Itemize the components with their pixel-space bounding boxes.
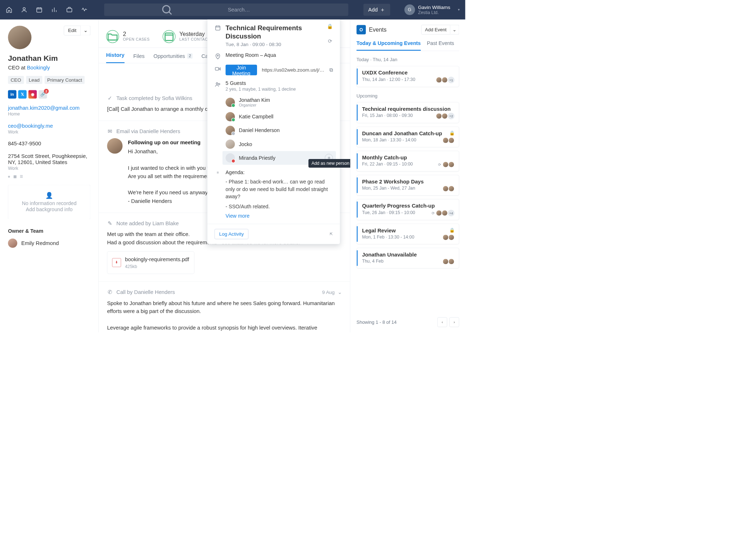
guests-icon — [215, 80, 221, 88]
event-card[interactable]: 🔒Legal ReviewMon, 1 Feb · 13:30 - 14:00 — [356, 224, 459, 244]
tab-today-upcoming[interactable]: Today & Upcoming Events — [356, 40, 420, 51]
event-popover: Technical Requirements Discussion Tue, 8… — [207, 19, 340, 244]
link-icon[interactable]: 🔗2 — [39, 90, 47, 99]
upcoming-heading: Upcoming — [356, 93, 459, 99]
event-card[interactable]: Monthly Catch-upFri, 22 Jan · 09:15 - 10… — [356, 151, 459, 171]
contact-name: Jonathan Kim — [8, 54, 90, 63]
tag: CEO — [8, 76, 24, 84]
edit-dropdown[interactable]: ⌄ — [81, 26, 90, 35]
owner-row: Emily Redmond — [8, 239, 90, 248]
event-card[interactable]: Jonathan UnavailableThu, 4 Feb — [356, 248, 459, 268]
company-link[interactable]: Bookingly — [27, 64, 50, 71]
lock-icon: 🔒 — [449, 131, 455, 136]
nav-icons — [6, 6, 88, 13]
guest-overflow: +4 — [448, 210, 454, 216]
user-company: Zestia Ltd. — [418, 10, 450, 15]
today-heading: Today · Thu, 14 Jan — [356, 57, 459, 63]
copy-icon[interactable]: ⧉ — [329, 67, 333, 73]
activity-icon[interactable] — [81, 6, 87, 13]
chart-icon[interactable] — [51, 6, 58, 13]
tooltip: Add as new person — [309, 159, 350, 168]
guest-row-hovered: Miranda Priestly ＋ Add as new person — [222, 151, 336, 165]
log-activity-button[interactable]: Log Activity — [215, 229, 248, 239]
event-card-title: Monthly Catch-up — [362, 155, 455, 161]
contact-tags: CEO Lead Primary Contact — [8, 76, 90, 84]
event-card-title: Quarterly Progress Catch-up — [362, 203, 455, 209]
sender-avatar — [107, 138, 122, 154]
event-location: Meeting Room – Aqua — [226, 52, 333, 58]
svg-point-3 — [163, 6, 170, 13]
linkedin-icon[interactable]: in — [8, 90, 16, 99]
guest-overflow: +2 — [448, 113, 454, 119]
meeting-url: https://us02web.zoom.us/j/… — [262, 67, 324, 73]
search-input[interactable] — [228, 6, 343, 13]
pager-next[interactable]: › — [449, 317, 459, 327]
add-person-button[interactable]: ＋ Add as new person — [325, 154, 333, 162]
plus-icon: ＋ — [380, 6, 385, 13]
list-icon[interactable]: ☰ — [20, 174, 23, 179]
event-card[interactable]: Quarterly Progress Catch-upTue, 26 Jan ·… — [356, 199, 459, 220]
tab-opportunities[interactable]: Opportunities2 — [153, 53, 193, 63]
join-meeting-button[interactable]: Join Meeting — [226, 65, 257, 76]
calendar-icon[interactable] — [36, 6, 42, 13]
pin-icon[interactable]: ⎈ — [8, 174, 10, 179]
guest-list: Jonathan KimOrganizer Katie Campbell Dan… — [226, 95, 333, 164]
guest-row: Daniel Henderson — [226, 123, 333, 137]
description-icon: ≡ — [215, 169, 221, 174]
event-datetime: Tue, 8 Jan · 09:00 - 08:30 — [226, 42, 323, 47]
open-external-icon[interactable]: ⇱ — [330, 232, 333, 236]
add-event-button[interactable]: Add Event — [421, 25, 450, 35]
email-icon: ✉ — [107, 129, 113, 135]
event-card-title: Legal Review — [362, 227, 455, 233]
twitter-icon[interactable]: 𝕏 — [18, 90, 26, 99]
events-title: Events — [369, 26, 387, 33]
address: 2754 Scott Street, Poughkeepsie, NY, 126… — [8, 153, 90, 171]
calendar-stat-icon — [162, 30, 175, 43]
pager-prev[interactable]: ‹ — [437, 317, 447, 327]
email-home[interactable]: jonathan.kim2020@gmail.com — [8, 105, 80, 111]
refresh-icon[interactable]: ⟳ — [328, 38, 332, 44]
add-button[interactable]: Add ＋ — [363, 4, 390, 15]
add-event-dropdown[interactable]: ⌄ — [450, 25, 459, 35]
note-icon: ✎ — [107, 221, 113, 226]
email-work[interactable]: ceo@bookingly.me — [8, 123, 53, 129]
owner-name: Emily Redmond — [21, 240, 59, 246]
outlook-icon: O — [356, 25, 366, 35]
event-card[interactable]: 🔒Duncan and Jonathan Catch-upMon, 18 Jan… — [356, 127, 459, 147]
svg-point-9 — [219, 83, 220, 85]
instagram-icon[interactable]: ◉ — [28, 90, 37, 99]
user-menu[interactable]: G Gavin Williams Zestia Ltd. ▾ — [404, 4, 460, 15]
phone: 845-437-9500 — [8, 141, 90, 147]
event-card-title: Jonathan Unavailable — [362, 251, 455, 258]
event-card-title: UXDX Conference — [362, 70, 455, 76]
chevron-down-icon[interactable]: ⌄ — [338, 290, 342, 295]
person-icon[interactable] — [21, 6, 27, 13]
recur-icon: ⟳ — [432, 211, 435, 215]
user-avatar: G — [404, 4, 415, 15]
guest-overflow: +1 — [448, 77, 454, 83]
event-card-title: Technical requirements discussion — [362, 106, 455, 112]
svg-rect-4 — [165, 33, 173, 41]
background-info-box[interactable]: 👤 No information recorded Add background… — [8, 185, 90, 219]
recur-icon: ⟳ — [438, 162, 441, 167]
edit-button[interactable]: Edit — [64, 26, 81, 35]
map-icon[interactable]: ▦ — [13, 174, 17, 179]
search-icon — [109, 4, 225, 16]
file-attachment[interactable]: ⬇ bookingly-requirements.pdf425kb — [107, 251, 194, 274]
tab-files[interactable]: Files — [133, 53, 144, 63]
search-bar[interactable] — [104, 4, 348, 16]
tab-history[interactable]: History — [106, 52, 125, 63]
event-card[interactable]: UXDX ConferenceThu, 14 Jan · 12:00 - 17:… — [356, 66, 459, 87]
view-more-link[interactable]: View more — [226, 213, 333, 219]
home-icon[interactable] — [6, 6, 12, 13]
phone-icon: ✆ — [107, 290, 113, 295]
feed-item-call: ✆Call by Danielle Henders 9 Aug⌄ Spoke t… — [99, 282, 350, 332]
svg-point-6 — [217, 55, 218, 56]
svg-point-0 — [23, 8, 25, 10]
briefcase-icon[interactable] — [66, 6, 72, 13]
pager-text: Showing 1 - 8 of 14 — [356, 319, 396, 325]
tab-past-events[interactable]: Past Events — [427, 40, 454, 51]
video-icon — [215, 65, 221, 72]
event-card[interactable]: Phase 2 Workshop DaysMon, 25 Jan - Wed, … — [356, 175, 459, 195]
event-card[interactable]: Technical requirements discussionFri, 15… — [356, 102, 459, 123]
